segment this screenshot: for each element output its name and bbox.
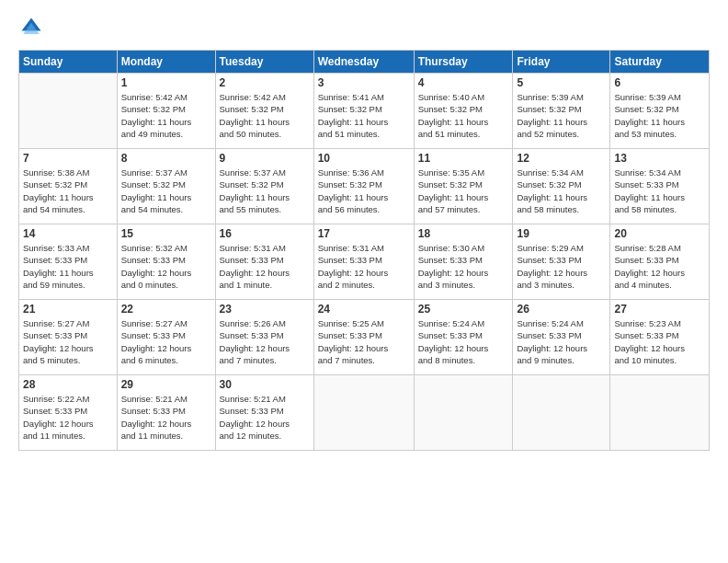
day-cell: 28Sunrise: 5:22 AMSunset: 5:33 PMDayligh… [19,375,118,451]
day-number: 25 [418,303,509,316]
day-number: 6 [614,76,705,89]
col-header-friday: Friday [513,51,610,74]
day-number: 7 [23,152,113,165]
day-cell: 29Sunrise: 5:21 AMSunset: 5:33 PMDayligh… [117,375,215,451]
col-header-sunday: Sunday [19,51,118,74]
day-number: 16 [220,227,310,240]
day-number: 29 [121,378,211,391]
day-cell [610,375,710,451]
day-number: 8 [121,152,211,165]
day-number: 4 [418,76,509,89]
day-info: Sunrise: 5:40 AMSunset: 5:32 PMDaylight:… [418,91,509,140]
day-cell: 11Sunrise: 5:35 AMSunset: 5:32 PMDayligh… [414,149,513,224]
week-row-0: 1Sunrise: 5:42 AMSunset: 5:32 PMDaylight… [19,74,710,149]
col-header-monday: Monday [117,51,215,74]
day-cell: 24Sunrise: 5:25 AMSunset: 5:33 PMDayligh… [313,300,414,375]
day-number: 14 [23,227,113,240]
week-row-2: 14Sunrise: 5:33 AMSunset: 5:33 PMDayligh… [19,224,710,300]
day-number: 15 [121,227,211,240]
day-cell: 1Sunrise: 5:42 AMSunset: 5:32 PMDaylight… [117,74,215,149]
day-cell [414,375,513,451]
day-info: Sunrise: 5:34 AMSunset: 5:32 PMDaylight:… [517,167,606,215]
day-number: 17 [318,227,410,240]
week-row-1: 7Sunrise: 5:38 AMSunset: 5:32 PMDaylight… [19,149,710,224]
day-number: 11 [418,152,509,165]
day-cell [513,375,610,451]
day-info: Sunrise: 5:37 AMSunset: 5:32 PMDaylight:… [220,167,310,215]
day-info: Sunrise: 5:31 AMSunset: 5:33 PMDaylight:… [318,242,410,291]
day-number: 9 [220,152,310,165]
day-cell: 20Sunrise: 5:28 AMSunset: 5:33 PMDayligh… [610,224,710,300]
day-info: Sunrise: 5:38 AMSunset: 5:32 PMDaylight:… [23,167,113,215]
day-number: 18 [418,227,509,240]
day-cell: 22Sunrise: 5:27 AMSunset: 5:33 PMDayligh… [117,300,215,375]
day-info: Sunrise: 5:23 AMSunset: 5:33 PMDaylight:… [614,317,705,366]
day-cell: 9Sunrise: 5:37 AMSunset: 5:32 PMDaylight… [215,149,313,224]
day-number: 13 [614,152,705,165]
day-info: Sunrise: 5:28 AMSunset: 5:33 PMDaylight:… [614,242,705,291]
day-cell: 12Sunrise: 5:34 AMSunset: 5:32 PMDayligh… [513,149,610,224]
day-number: 20 [614,227,705,240]
day-number: 12 [517,152,606,165]
day-info: Sunrise: 5:21 AMSunset: 5:33 PMDaylight:… [220,393,310,442]
day-number: 10 [318,152,410,165]
day-info: Sunrise: 5:27 AMSunset: 5:33 PMDaylight:… [23,317,113,366]
header-row: SundayMondayTuesdayWednesdayThursdayFrid… [19,51,710,74]
day-info: Sunrise: 5:33 AMSunset: 5:33 PMDaylight:… [23,242,113,291]
day-number: 5 [517,76,606,89]
page: SundayMondayTuesdayWednesdayThursdayFrid… [0,0,728,563]
day-number: 19 [517,227,606,240]
col-header-thursday: Thursday [414,51,513,74]
day-cell: 16Sunrise: 5:31 AMSunset: 5:33 PMDayligh… [215,224,313,300]
col-header-tuesday: Tuesday [215,51,313,74]
day-info: Sunrise: 5:39 AMSunset: 5:32 PMDaylight:… [614,91,705,140]
logo-icon [18,15,44,40]
day-cell: 14Sunrise: 5:33 AMSunset: 5:33 PMDayligh… [19,224,118,300]
day-cell [313,375,414,451]
day-cell: 5Sunrise: 5:39 AMSunset: 5:32 PMDaylight… [513,74,610,149]
header [18,15,710,40]
day-cell: 17Sunrise: 5:31 AMSunset: 5:33 PMDayligh… [313,224,414,300]
day-cell: 7Sunrise: 5:38 AMSunset: 5:32 PMDaylight… [19,149,118,224]
day-info: Sunrise: 5:36 AMSunset: 5:32 PMDaylight:… [318,167,410,215]
day-info: Sunrise: 5:41 AMSunset: 5:32 PMDaylight:… [318,91,410,140]
day-cell: 10Sunrise: 5:36 AMSunset: 5:32 PMDayligh… [313,149,414,224]
day-number: 28 [23,378,113,391]
day-info: Sunrise: 5:39 AMSunset: 5:32 PMDaylight:… [517,91,606,140]
day-number: 21 [23,303,113,316]
day-number: 24 [318,303,410,316]
day-info: Sunrise: 5:42 AMSunset: 5:32 PMDaylight:… [121,91,211,140]
week-row-4: 28Sunrise: 5:22 AMSunset: 5:33 PMDayligh… [19,375,710,451]
day-cell: 15Sunrise: 5:32 AMSunset: 5:33 PMDayligh… [117,224,215,300]
day-info: Sunrise: 5:24 AMSunset: 5:33 PMDaylight:… [418,317,509,366]
day-cell [19,74,118,149]
day-cell: 27Sunrise: 5:23 AMSunset: 5:33 PMDayligh… [610,300,710,375]
day-cell: 4Sunrise: 5:40 AMSunset: 5:32 PMDaylight… [414,74,513,149]
day-info: Sunrise: 5:37 AMSunset: 5:32 PMDaylight:… [121,167,211,215]
day-number: 2 [220,76,310,89]
day-number: 26 [517,303,606,316]
day-cell: 13Sunrise: 5:34 AMSunset: 5:33 PMDayligh… [610,149,710,224]
col-header-saturday: Saturday [610,51,710,74]
day-info: Sunrise: 5:21 AMSunset: 5:33 PMDaylight:… [121,393,211,442]
day-info: Sunrise: 5:22 AMSunset: 5:33 PMDaylight:… [23,393,113,442]
day-info: Sunrise: 5:25 AMSunset: 5:33 PMDaylight:… [318,317,410,366]
day-info: Sunrise: 5:32 AMSunset: 5:33 PMDaylight:… [121,242,211,291]
day-cell: 23Sunrise: 5:26 AMSunset: 5:33 PMDayligh… [215,300,313,375]
day-number: 1 [121,76,211,89]
day-cell: 25Sunrise: 5:24 AMSunset: 5:33 PMDayligh… [414,300,513,375]
day-info: Sunrise: 5:26 AMSunset: 5:33 PMDaylight:… [220,317,310,366]
calendar-table: SundayMondayTuesdayWednesdayThursdayFrid… [18,50,710,451]
day-info: Sunrise: 5:35 AMSunset: 5:32 PMDaylight:… [418,167,509,215]
day-number: 27 [614,303,705,316]
day-cell: 6Sunrise: 5:39 AMSunset: 5:32 PMDaylight… [610,74,710,149]
day-info: Sunrise: 5:31 AMSunset: 5:33 PMDaylight:… [220,242,310,291]
day-cell: 8Sunrise: 5:37 AMSunset: 5:32 PMDaylight… [117,149,215,224]
day-info: Sunrise: 5:34 AMSunset: 5:33 PMDaylight:… [614,167,705,215]
day-cell: 3Sunrise: 5:41 AMSunset: 5:32 PMDaylight… [313,74,414,149]
day-info: Sunrise: 5:30 AMSunset: 5:33 PMDaylight:… [418,242,509,291]
day-number: 30 [220,378,310,391]
day-number: 23 [220,303,310,316]
day-number: 22 [121,303,211,316]
col-header-wednesday: Wednesday [313,51,414,74]
